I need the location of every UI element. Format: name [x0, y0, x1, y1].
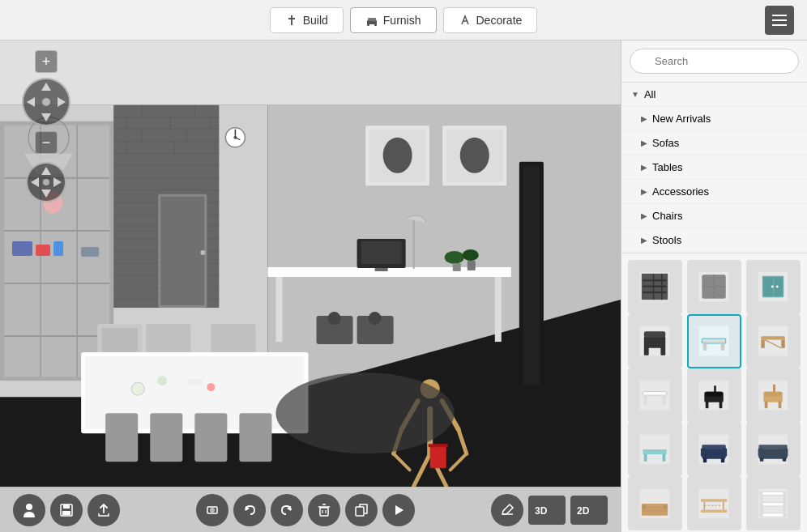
svg-rect-64 [361, 241, 402, 264]
svg-rect-199 [643, 504, 646, 509]
svg-rect-151 [661, 347, 666, 355]
orbit-left-arrow [31, 177, 39, 187]
svg-rect-164 [663, 395, 666, 405]
svg-rect-120 [320, 508, 328, 516]
furnish-button[interactable]: Furnish [350, 7, 437, 33]
cat-label-sofas: Sofas [652, 137, 679, 149]
svg-rect-133 [643, 286, 667, 287]
compass[interactable] [22, 78, 70, 126]
edit-icon [500, 503, 515, 517]
floor-plan-button[interactable] [196, 494, 228, 526]
copy-button[interactable] [345, 494, 378, 526]
svg-point-112 [26, 504, 32, 510]
svg-rect-192 [784, 448, 788, 456]
orbit-control[interactable] [26, 162, 66, 202]
3d-mode-button[interactable]: 3D [528, 496, 566, 525]
cat-label-stools: Stools [652, 234, 681, 246]
cat-arrow-new-arrivals: ▶ [641, 114, 647, 123]
product-item-sofa-dark[interactable] [746, 422, 801, 476]
upload-button[interactable] [88, 494, 120, 526]
decorate-button[interactable]: Decorate [443, 7, 538, 33]
center-controls [196, 494, 415, 526]
main-area: + − [0, 40, 807, 532]
category-item-all[interactable]: ▼ All [621, 83, 807, 107]
product-item-coffee-table[interactable] [687, 314, 741, 368]
svg-rect-162 [643, 392, 667, 395]
sofa-dark-preview [755, 432, 791, 467]
wall-shelves-preview [637, 269, 672, 304]
hamburger-menu-button[interactable] [765, 6, 794, 35]
product-item-white-shelf[interactable] [746, 476, 801, 530]
product-item-side-table-glass[interactable] [687, 476, 741, 530]
svg-rect-180 [663, 454, 666, 462]
svg-rect-138 [702, 275, 726, 299]
person-button[interactable] [13, 494, 45, 526]
category-item-new-arrivals[interactable]: ▶ New Arrivals [621, 107, 807, 131]
product-item-side-table-wood[interactable] [746, 314, 801, 368]
product-item-cushion[interactable] [687, 260, 741, 314]
svg-rect-187 [721, 458, 724, 462]
chair-dark-preview [637, 323, 672, 359]
svg-rect-148 [644, 336, 665, 348]
redo-button[interactable] [271, 494, 303, 526]
product-item-cabinet-teal[interactable] [746, 260, 801, 314]
top-toolbar: Build Furnish Decorate [0, 0, 807, 40]
svg-rect-174 [765, 392, 782, 397]
category-item-accessories[interactable]: ▶ Accessories [621, 180, 807, 204]
product-item-teal-table[interactable] [628, 422, 682, 476]
floor-plan-icon [205, 503, 220, 517]
category-item-stools[interactable]: ▶ Stools [621, 228, 807, 253]
svg-rect-168 [706, 392, 723, 397]
side-table-wood-preview [755, 323, 791, 359]
svg-rect-92 [523, 166, 540, 385]
product-item-wall-shelves[interactable] [628, 260, 682, 314]
2d-mode-button[interactable]: 2D [570, 496, 608, 525]
cat-label-new-arrivals: New Arrivals [652, 113, 711, 125]
svg-rect-203 [701, 509, 727, 513]
svg-rect-179 [644, 454, 647, 462]
build-button[interactable]: Build [270, 7, 344, 33]
product-item-wood-box[interactable] [628, 476, 682, 530]
compass-center [42, 98, 50, 106]
svg-rect-196 [642, 504, 668, 516]
svg-rect-134 [643, 292, 667, 293]
svg-rect-61 [275, 277, 282, 342]
orbit-up-arrow [41, 167, 51, 175]
category-item-tables[interactable]: ▶ Tables [621, 155, 807, 180]
play-button[interactable] [382, 494, 415, 526]
svg-rect-157 [762, 336, 785, 339]
cushion-preview [696, 269, 732, 304]
copy-icon [354, 503, 369, 517]
svg-rect-114 [63, 504, 70, 509]
2d-icon: 2D [576, 500, 602, 520]
svg-point-104 [328, 312, 341, 325]
navigation-controls: + − [10, 50, 83, 212]
save-button[interactable] [50, 494, 83, 526]
svg-rect-22 [12, 241, 32, 256]
svg-rect-69 [453, 263, 461, 271]
cat-label-tables: Tables [652, 161, 683, 173]
search-input[interactable] [630, 49, 799, 74]
zoom-out-button[interactable]: − [35, 131, 58, 154]
svg-point-67 [445, 251, 464, 264]
build-label: Build [303, 14, 328, 27]
svg-rect-85 [186, 379, 203, 385]
zoom-in-button[interactable]: + [35, 50, 58, 73]
svg-rect-4 [367, 23, 369, 26]
viewport[interactable]: + − [0, 40, 621, 532]
product-item-white-table[interactable] [628, 368, 682, 423]
delete-button[interactable] [308, 494, 340, 526]
product-item-chair-dark[interactable] [628, 314, 682, 368]
category-item-sofas[interactable]: ▶ Sofas [621, 131, 807, 155]
edit-button[interactable] [491, 494, 523, 526]
svg-rect-200 [664, 504, 667, 509]
3d-icon: 3D [534, 500, 560, 520]
svg-text:2D: 2D [577, 505, 590, 517]
product-item-armchair-dark[interactable] [687, 422, 741, 476]
undo-button[interactable] [233, 494, 266, 526]
svg-text:3D: 3D [535, 505, 548, 517]
svg-rect-163 [644, 395, 647, 405]
product-item-chair-black[interactable] [687, 368, 741, 423]
product-item-chair-natural[interactable] [746, 368, 801, 423]
category-item-chairs[interactable]: ▶ Chairs [621, 204, 807, 228]
